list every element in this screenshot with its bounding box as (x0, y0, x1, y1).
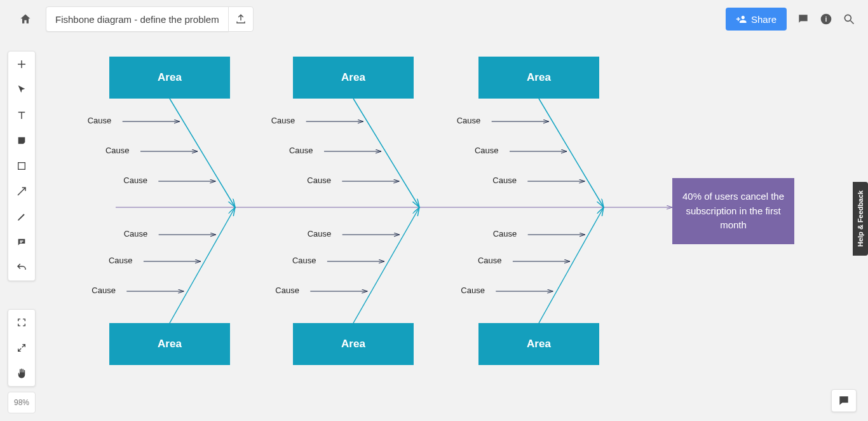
cause-label[interactable]: Cause (123, 176, 147, 185)
cause-label[interactable]: Cause (307, 176, 331, 185)
area-box-top[interactable]: Area (478, 57, 599, 99)
cause-label[interactable]: Cause (124, 229, 148, 238)
cause-label[interactable]: Cause (461, 286, 485, 295)
svg-line-22 (539, 99, 604, 207)
cause-label[interactable]: Cause (92, 286, 116, 295)
cause-label[interactable]: Cause (105, 146, 130, 155)
cause-label[interactable]: Cause (109, 256, 133, 265)
cause-label[interactable]: Cause (289, 146, 313, 155)
area-box-bottom[interactable]: Area (293, 323, 414, 365)
cause-label[interactable]: Cause (275, 286, 299, 295)
area-box-top[interactable]: Area (293, 57, 414, 99)
svg-line-14 (353, 99, 419, 207)
cause-label[interactable]: Cause (475, 146, 499, 155)
cause-label[interactable]: Cause (88, 116, 112, 125)
svg-line-7 (170, 207, 235, 323)
diagram-canvas: AreaAreaCauseCauseCauseCauseCauseCauseAr… (0, 0, 868, 421)
svg-line-6 (170, 99, 235, 207)
area-box-top[interactable]: Area (109, 57, 230, 99)
cause-label[interactable]: Cause (457, 116, 481, 125)
cause-label[interactable]: Cause (271, 116, 295, 125)
cause-label[interactable]: Cause (292, 256, 316, 265)
area-box-bottom[interactable]: Area (478, 323, 599, 365)
area-box-bottom[interactable]: Area (109, 323, 230, 365)
cause-label[interactable]: Cause (308, 229, 332, 238)
cause-label[interactable]: Cause (478, 256, 502, 265)
svg-line-15 (353, 207, 419, 323)
cause-label[interactable]: Cause (492, 176, 517, 185)
svg-line-23 (539, 207, 604, 323)
cause-label[interactable]: Cause (493, 229, 517, 238)
problem-box[interactable]: 40% of users cancel the subscription in … (672, 178, 794, 244)
